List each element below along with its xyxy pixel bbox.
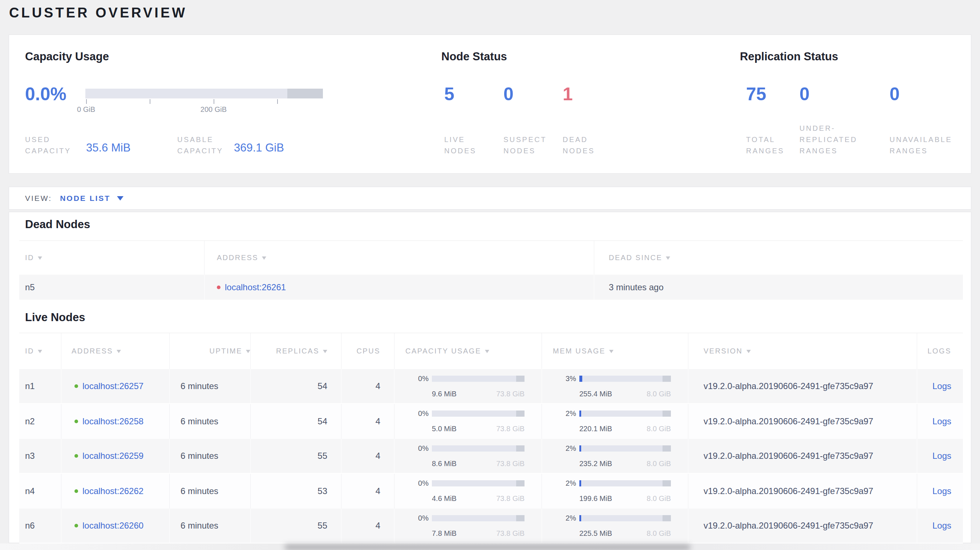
capacity-bar — [432, 376, 525, 382]
mem-bar-fill — [579, 515, 581, 521]
node-id-cell: n2 — [19, 404, 61, 439]
column-header-logs: LOGS — [917, 333, 963, 369]
dead-nodes-label: DEAD NODES — [563, 134, 595, 157]
replicas-cell: 54 — [250, 404, 341, 439]
node-address-link[interactable]: localhost:26261 — [225, 282, 286, 292]
uptime-cell: 6 minutes — [169, 509, 250, 543]
usable-capacity-value: 369.1 GiB — [234, 141, 284, 154]
column-header-address[interactable]: ADDRESS — [204, 241, 594, 275]
column-header-mem-usage[interactable]: MEM USAGE — [542, 333, 688, 369]
logs-cell: Logs — [917, 474, 963, 509]
uptime-cell: 6 minutes — [169, 439, 250, 473]
capacity-bar-reserved-segment — [516, 445, 525, 451]
capacity-percent: 0% — [406, 444, 429, 453]
node-address-link[interactable]: localhost:26260 — [83, 521, 143, 531]
sort-arrow-icon — [262, 256, 266, 260]
page-title: CLUSTER OVERVIEW — [9, 5, 187, 21]
node-id-cell: n4 — [19, 474, 61, 509]
mem-usage-cell: 2% 225.5 MiB 8.0 GiB — [542, 509, 688, 543]
column-header-id[interactable]: ID — [19, 333, 61, 369]
table-row: n3 localhost:26259 6 minutes 55 4 0% — [19, 439, 963, 474]
sort-arrow-icon — [746, 350, 751, 353]
axis-tick — [86, 99, 87, 104]
chevron-down-icon[interactable] — [117, 196, 124, 200]
dead-since-cell: 3 minutes ago — [594, 275, 963, 300]
mem-bar — [579, 445, 671, 451]
column-header-uptime[interactable]: UPTIME — [169, 333, 250, 369]
live-nodes-table: ID ADDRESS UPTIME REPLICAS CPUS — [19, 333, 963, 544]
mem-used-value: 225.5 MiB — [579, 529, 612, 538]
uptime-cell: 6 minutes — [169, 369, 250, 403]
sort-arrow-icon — [609, 350, 614, 353]
capacity-usage-heading: Capacity Usage — [25, 50, 109, 63]
mem-usage-cell: 3% 255.4 MiB 8.0 GiB — [542, 369, 688, 403]
column-header-capacity-usage[interactable]: CAPACITY USAGE — [394, 333, 542, 369]
cpus-cell: 4 — [341, 369, 394, 403]
mem-usage-cell: 2% 220.1 MiB 8.0 GiB — [542, 404, 688, 439]
view-selector-bar: VIEW: NODE LIST — [9, 187, 971, 210]
column-header-label: ADDRESS — [217, 254, 258, 262]
column-header-label: UPTIME — [209, 347, 242, 355]
capacity-usage-percent: 0.0% — [25, 84, 67, 105]
node-id-cell: n5 — [19, 275, 204, 300]
capacity-usage-cell: 0% 7.8 MiB 73.8 GiB — [394, 509, 542, 543]
column-header-label: MEM USAGE — [553, 347, 606, 355]
node-status-heading: Node Status — [441, 50, 507, 63]
node-address-link[interactable]: localhost:26262 — [83, 486, 143, 496]
mem-usage-cell: 2% 199.6 MiB 8.0 GiB — [542, 474, 688, 509]
column-header-label: CAPACITY USAGE — [406, 347, 481, 355]
node-address-link[interactable]: localhost:26257 — [83, 381, 143, 391]
capacity-percent: 0% — [406, 479, 429, 488]
node-address-link[interactable]: localhost:26259 — [83, 451, 143, 461]
mem-total-value: 8.0 GiB — [647, 494, 671, 503]
logs-link[interactable]: Logs — [932, 521, 951, 531]
total-ranges-count: 75 — [746, 84, 767, 105]
sort-arrow-icon — [116, 350, 121, 353]
mem-total-value: 8.0 GiB — [647, 459, 671, 468]
dead-nodes-table: ID ADDRESS DEAD SINCE n5 localhost:26261 — [19, 240, 963, 300]
cpus-cell: 4 — [341, 404, 394, 439]
node-id-cell: n3 — [19, 439, 61, 473]
node-address-link[interactable]: localhost:26258 — [83, 416, 143, 426]
column-header-address[interactable]: ADDRESS — [61, 333, 169, 369]
node-address-cell: localhost:26259 — [61, 439, 169, 473]
column-header-cpus[interactable]: CPUS — [341, 333, 394, 369]
logs-link[interactable]: Logs — [932, 486, 951, 496]
column-header-dead-since[interactable]: DEAD SINCE — [594, 241, 963, 275]
replicas-cell: 55 — [250, 509, 341, 543]
mem-used-value: 255.4 MiB — [579, 390, 612, 398]
logs-link[interactable]: Logs — [932, 416, 951, 426]
mem-bar-fill — [579, 376, 582, 382]
column-header-label: ID — [25, 254, 34, 262]
axis-tick-label: 200 GiB — [192, 105, 235, 114]
column-header-label: CPUS — [356, 347, 380, 355]
table-row: n6 localhost:26260 6 minutes 55 4 0% — [19, 509, 963, 544]
live-nodes-table-header: ID ADDRESS UPTIME REPLICAS CPUS — [19, 333, 963, 369]
live-nodes-heading: Live Nodes — [25, 311, 85, 324]
view-dropdown[interactable]: NODE LIST — [60, 194, 110, 203]
logs-link[interactable]: Logs — [932, 451, 951, 461]
axis-tick — [213, 99, 214, 104]
capacity-bar — [432, 410, 525, 416]
column-header-version[interactable]: VERSION — [688, 333, 917, 369]
column-header-replicas[interactable]: REPLICAS — [250, 333, 341, 369]
node-id-cell: n6 — [19, 509, 61, 543]
mem-used-value: 199.6 MiB — [579, 494, 612, 503]
axis-tick-label: 0 GiB — [64, 105, 108, 114]
mem-bar — [579, 480, 671, 486]
replicas-cell: 54 — [250, 369, 341, 403]
replicas-cell: 53 — [250, 474, 341, 509]
logs-link[interactable]: Logs — [932, 381, 951, 391]
capacity-usage-cell: 0% 5.0 MiB 73.8 GiB — [394, 404, 542, 439]
node-address-cell: localhost:26260 — [61, 509, 169, 543]
version-cell: v19.2.0-alpha.20190606-2491-gfe735c9a97 — [688, 404, 917, 439]
under-replicated-ranges-count: 0 — [799, 84, 810, 105]
capacity-usage-cell: 0% 9.6 MiB 73.8 GiB — [394, 369, 542, 403]
under-replicated-ranges-label: UNDER- REPLICATED RANGES — [799, 123, 857, 157]
used-capacity-label: USED CAPACITY — [25, 134, 71, 157]
capacity-usage-cell: 0% 8.6 MiB 73.8 GiB — [394, 439, 542, 473]
mem-bar-fill — [579, 480, 581, 486]
live-status-dot-icon — [75, 524, 78, 528]
column-header-id[interactable]: ID — [19, 241, 204, 275]
usable-capacity-label: USABLE CAPACITY — [177, 134, 223, 157]
